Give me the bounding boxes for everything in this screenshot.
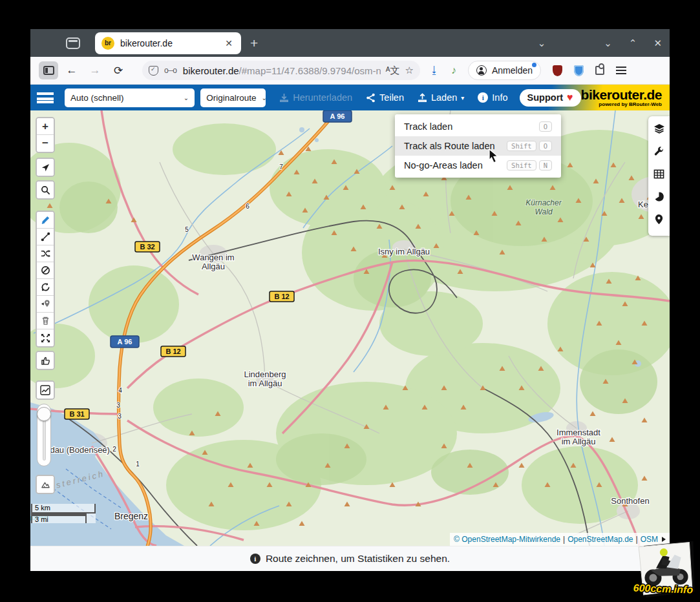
settings-button[interactable] — [653, 145, 665, 157]
exit-number: 5 — [185, 226, 189, 233]
zoom-control: + − — [36, 117, 55, 153]
back-button[interactable]: ← — [62, 61, 81, 79]
attribution-separator: | — [563, 535, 565, 544]
menu-item[interactable]: Track als Route ladenShiftO — [395, 136, 561, 156]
new-tab-button[interactable]: + — [250, 36, 258, 51]
map-label: Isny im Allgäu — [378, 247, 430, 256]
elevation-chart-button[interactable] — [37, 382, 54, 399]
window-close-button[interactable]: ✕ — [653, 37, 662, 49]
route-select-value: Originalroute — [206, 93, 256, 103]
menu-item[interactable]: Track ladenO — [395, 117, 561, 136]
extensions-icon[interactable] — [595, 66, 604, 75]
support-label: Support — [527, 92, 564, 103]
url-bar[interactable]: o─o bikerouter.de/#map=11/47.6388/9.9794… — [142, 61, 420, 80]
sidebar-toggle-button[interactable] — [39, 61, 58, 79]
poi-marker-button[interactable] — [37, 296, 54, 313]
route-select[interactable]: Originalroute⌄ — [200, 88, 266, 107]
support-button[interactable]: Support ♥ — [520, 89, 581, 107]
fit-bounds-button[interactable] — [37, 329, 54, 346]
tab-close-icon[interactable]: ✕ — [223, 38, 235, 48]
map-image: 76543321 Wangen imAllgäuIsny im AllgäuKü… — [30, 110, 670, 546]
pois-button[interactable] — [653, 213, 665, 225]
nogo-button[interactable] — [37, 262, 54, 279]
exit-number: 2 — [112, 446, 116, 453]
svg-text:B 31: B 31 — [69, 410, 84, 418]
map-canvas[interactable]: 76543321 Wangen imAllgäuIsny im AllgäuKü… — [30, 110, 670, 546]
download-button: Herunterladen — [279, 92, 352, 103]
slider-knob[interactable] — [37, 407, 51, 421]
hillshade-control — [36, 475, 55, 494]
zoom-out-button[interactable]: − — [37, 135, 54, 152]
map-label: Sonthofen — [611, 496, 649, 506]
shuffle-icon — [41, 249, 50, 258]
ublock-extension-icon[interactable] — [553, 65, 562, 76]
connection-security-icon[interactable]: o─o — [164, 66, 176, 75]
map-label: Ke — [638, 200, 648, 209]
road-shield: A 96 — [323, 110, 352, 122]
menu-item-label: Track laden — [404, 121, 452, 132]
load-button[interactable]: Laden ▾ — [418, 92, 464, 103]
attribution-osm-contributors-link[interactable]: © OpenStreetMap-Mitwirkende — [454, 535, 560, 544]
statistics-bar: i Route zeichnen, um Statistiken zu sehe… — [30, 546, 670, 571]
data-table-button[interactable] — [653, 168, 665, 180]
locate-button[interactable] — [37, 159, 54, 176]
route-segment-button[interactable] — [37, 229, 54, 245]
bookmark-star-icon[interactable]: ☆ — [405, 65, 414, 76]
downloads-icon[interactable]: ⭳ — [429, 65, 440, 76]
profile-select-value: Auto (schnell) — [70, 93, 124, 103]
browser-tab[interactable]: br bikerouter.de ✕ — [95, 32, 241, 54]
svg-text:B 12: B 12 — [274, 293, 289, 300]
attribution-osmde-link[interactable]: OpenStreetMap.de — [567, 535, 633, 544]
music-note-icon[interactable]: ♪ — [451, 65, 456, 76]
shuffle-button[interactable] — [37, 245, 54, 262]
layers-button[interactable] — [653, 123, 665, 134]
tracking-protection-icon[interactable] — [149, 66, 158, 76]
pie-chart-icon — [653, 191, 664, 202]
account-button[interactable]: Anmelden — [468, 61, 541, 80]
menu-item-label: No-go-Areas laden — [404, 160, 483, 171]
window-maximize-button[interactable]: ⌃ — [629, 37, 637, 49]
thumbs-up-button[interactable] — [37, 352, 54, 369]
expand-arrows-icon — [41, 333, 50, 343]
marker-pin-icon — [41, 299, 50, 309]
app-menu-icon[interactable] — [37, 92, 54, 103]
share-label: Teilen — [379, 92, 404, 103]
zoom-in-button[interactable]: + — [37, 118, 54, 135]
url-text[interactable]: bikerouter.de/#map=11/47.6388/9.9794/osm… — [183, 65, 381, 76]
elevation-chart-control — [36, 380, 55, 400]
profile-select[interactable]: Auto (schnell)⌄ — [65, 88, 195, 107]
tab-list-icon[interactable]: ⌄ — [538, 37, 546, 49]
statistics-button[interactable] — [653, 191, 665, 202]
trash-icon — [41, 316, 50, 326]
like-control — [36, 351, 55, 370]
layers-icon — [653, 123, 665, 134]
search-button[interactable] — [37, 182, 54, 198]
menu-item[interactable]: No-go-Areas ladenShiftN — [395, 156, 561, 175]
draw-route-button[interactable] — [37, 212, 54, 229]
search-icon — [41, 185, 50, 195]
app-toolbar: Auto (schnell)⌄ Originalroute⌄ Herunterl… — [30, 85, 670, 110]
shield-extension-icon[interactable] — [574, 65, 584, 76]
reverse-route-button[interactable] — [37, 279, 54, 296]
reload-button[interactable]: ⟳ — [109, 61, 128, 79]
road-shield: A 96 — [111, 336, 139, 348]
hillshade-button[interactable] — [37, 476, 54, 493]
exit-number: 3 — [116, 402, 120, 409]
info-button[interactable]: i Info — [478, 92, 507, 103]
no-entry-icon — [41, 265, 50, 275]
svg-text:A 96: A 96 — [330, 112, 345, 120]
logo-title: bikerouter.de — [581, 88, 662, 101]
layer-opacity-slider[interactable] — [37, 404, 51, 466]
forward-button: → — [85, 61, 105, 79]
map-label: Immenstadtim Allgäu — [557, 428, 600, 446]
share-button[interactable]: Teilen — [366, 92, 404, 103]
firefox-view-icon[interactable] — [66, 37, 80, 49]
tab-title: bikerouter.de — [120, 38, 223, 48]
delete-button[interactable] — [37, 313, 54, 329]
window-minimize-button[interactable]: ⌄ — [604, 37, 612, 49]
translate-icon[interactable]: ᴬ文 — [386, 65, 400, 77]
svg-text:B 12: B 12 — [165, 348, 180, 355]
browser-menu-icon[interactable] — [616, 67, 626, 74]
shortcut-key: Shift — [507, 160, 536, 171]
pencil-icon — [41, 215, 50, 225]
